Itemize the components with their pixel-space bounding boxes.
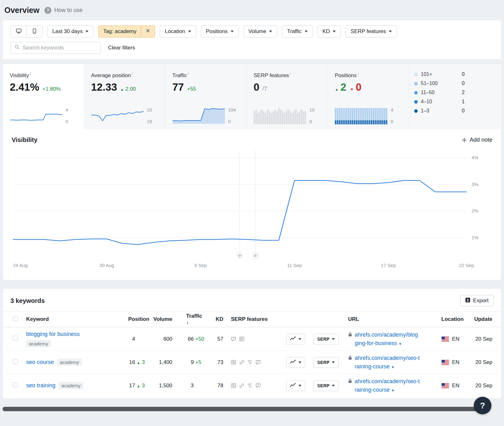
keyword-cell: blogging for businessacademy (26, 331, 119, 347)
position-history-chart-button[interactable] (286, 334, 305, 344)
positions-up-icon: ▲ (335, 87, 339, 92)
us-flag-icon (441, 336, 449, 342)
desktop-toggle-button[interactable] (11, 26, 26, 37)
position-history-chart-button[interactable] (286, 380, 305, 391)
filter-positions-dropdown[interactable]: Positions (201, 26, 239, 37)
column-header-keyword[interactable]: Keyword (26, 316, 119, 322)
column-header-location[interactable]: Location (434, 316, 470, 322)
keyword-link[interactable]: seo training (26, 382, 55, 389)
filter-serp-features-dropdown[interactable]: SERP features (346, 26, 397, 37)
tab-visibility[interactable]: Visibilityi 2.41% +1.80% 40 (3, 64, 84, 129)
keyword-link[interactable]: blogging for business (26, 331, 80, 337)
horizontal-scrollbar[interactable] (3, 407, 490, 411)
svg-text:17 Sep: 17 Sep (381, 263, 396, 268)
traffic-delta: +55 (187, 86, 196, 92)
url-link[interactable]: ahrefs.com/academy/seo-training-course ▼ (355, 377, 420, 394)
column-header-serp-features[interactable]: SERP features (223, 316, 279, 322)
chevron-down-icon (333, 31, 336, 32)
positions-down-value: 0 (356, 81, 361, 93)
url-link[interactable]: ahrefs.com/academy/seo-training-course ▼ (355, 354, 420, 371)
url-link[interactable]: ahrefs.com/academy/blogging-for-business… (355, 331, 418, 347)
close-icon (146, 28, 150, 35)
how-to-use-label: How to use (54, 7, 83, 14)
serp-features-denominator: /7 (262, 86, 267, 92)
traffic-value: 77 (172, 81, 184, 93)
column-header-kd[interactable]: KD (205, 316, 223, 322)
svg-text:4%: 4% (472, 155, 478, 160)
keyword-tag: academy (57, 359, 82, 366)
legend-item: 4–101 (414, 99, 465, 105)
page-title: Overview (4, 6, 39, 15)
mobile-icon (32, 28, 37, 35)
legend-count: 0 (462, 108, 465, 114)
chevron-down-icon (389, 31, 392, 32)
mobile-toggle-button[interactable] (26, 26, 42, 37)
clear-filters-button[interactable]: Clear filters (107, 45, 136, 51)
add-note-button[interactable]: Add note (462, 137, 492, 143)
info-icon: i (30, 71, 31, 76)
serp-dropdown-button[interactable]: SERP (313, 357, 339, 368)
how-to-use-link[interactable]: ? How to use (44, 7, 83, 14)
svg-text:⚙: ⚙ (254, 253, 257, 258)
svg-text:?: ? (257, 360, 259, 363)
url-expand-caret[interactable]: ▼ (398, 342, 402, 346)
visibility-chart[interactable]: 1%2%3%4%⚙⚙24 Aug30 Aug5 Sep11 Sep17 Sep2… (3, 145, 501, 280)
legend-item: 11–502 (414, 90, 465, 95)
row-checkbox[interactable] (13, 336, 18, 341)
date-range-dropdown[interactable]: Last 30 days (47, 26, 94, 37)
row-checkbox[interactable] (13, 382, 18, 387)
url-expand-caret[interactable]: ▼ (391, 389, 395, 392)
table-row: seo trainingacademy17 ▲ 31,500378?SERPah… (3, 374, 501, 397)
select-all-checkbox[interactable] (13, 316, 18, 321)
position-history-chart-button[interactable] (286, 357, 305, 368)
column-header-url[interactable]: URL (341, 316, 434, 322)
chart-title: Visibility (12, 136, 37, 144)
device-toggle (10, 26, 43, 37)
people-also-ask-icon: ? (255, 360, 261, 365)
location-cell: EN (434, 383, 470, 389)
volume-cell: 1,400 (145, 359, 172, 366)
serp-dropdown-button[interactable]: SERP (313, 380, 339, 391)
tag-filter[interactable]: Tag: academy (98, 26, 155, 37)
download-icon (465, 298, 470, 304)
tab-average-position[interactable]: Average positioni 12.33 ▲ 2.00 1018 (84, 64, 165, 129)
legend-dot (414, 91, 418, 94)
lock-icon (348, 378, 352, 383)
help-button[interactable]: ? (474, 397, 491, 414)
column-header-volume[interactable]: Volume (145, 316, 172, 322)
avg-position-value: 12.33 (91, 81, 117, 93)
svg-text:11 Sep: 11 Sep (287, 263, 302, 268)
remove-tag-button[interactable] (141, 26, 155, 37)
legend-item: 51–1000 (414, 81, 465, 86)
svg-text:⚙: ⚙ (238, 253, 242, 258)
row-checkbox[interactable] (13, 359, 18, 364)
table-row: seo courseacademy16 ▲ 31,4009 +573?SERPa… (3, 350, 501, 374)
svg-text:2%: 2% (472, 208, 478, 213)
location-cell: EN (434, 359, 470, 366)
export-button[interactable]: Export (460, 295, 494, 306)
column-header-traffic[interactable]: Traffic ↓ (172, 313, 205, 326)
column-header-position[interactable]: Position (119, 316, 145, 322)
info-icon: i (290, 71, 291, 76)
serp-features-cell: ? (223, 383, 279, 388)
filter-kd-dropdown[interactable]: KD (318, 26, 341, 37)
chevron-down-icon (305, 31, 308, 32)
column-header-update[interactable]: Update (470, 316, 497, 322)
keyword-link[interactable]: seo course (26, 359, 54, 366)
search-input[interactable] (23, 45, 97, 51)
filter-location-dropdown[interactable]: Location (160, 26, 196, 37)
metric-label: Traffic (172, 72, 187, 78)
url-expand-caret[interactable]: ▼ (391, 365, 395, 369)
serp-dropdown-button[interactable]: SERP (313, 334, 339, 344)
visibility-delta: +1.80% (43, 86, 61, 92)
keyword-tag: academy (26, 340, 51, 347)
filter-volume-dropdown[interactable]: Volume (243, 26, 278, 37)
tab-traffic[interactable]: Traffici 77 +55 1040 (165, 64, 247, 129)
search-icon (14, 44, 20, 51)
filter-traffic-dropdown[interactable]: Traffic (282, 26, 312, 37)
tab-positions[interactable]: Positionsi ▲ 2 ▼ 0 40 (328, 64, 409, 129)
tab-serp-features[interactable]: SERP featuresi 0 /7 100 (247, 64, 328, 129)
update-cell: 20 Sep (470, 336, 497, 342)
overview-card: Visibilityi 2.41% +1.80% 40 Average posi… (3, 64, 501, 280)
chart-line-icon (290, 336, 296, 342)
